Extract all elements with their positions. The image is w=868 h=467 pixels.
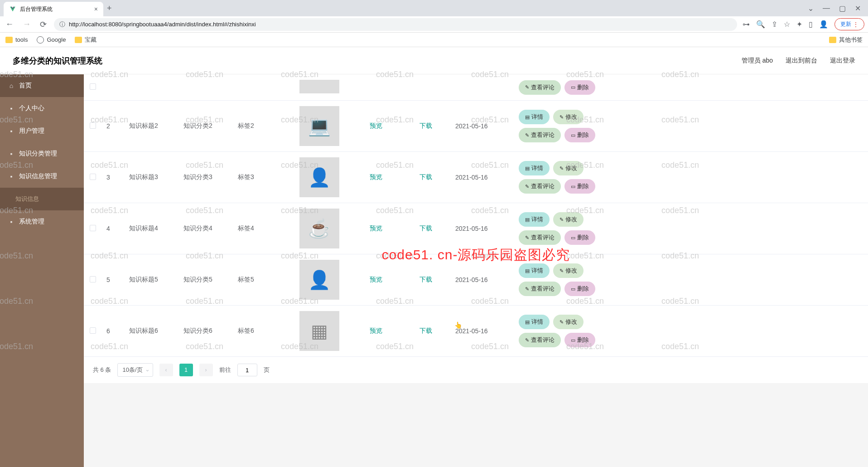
close-icon[interactable]: × — [94, 5, 98, 13]
sidebar-item-info-mgmt[interactable]: ▪知识信息管理 — [0, 165, 84, 188]
logout-link[interactable]: 退出登录 — [830, 57, 855, 65]
cell-title: 知识标题5 — [125, 254, 179, 306]
cell-date: 2021-05-16 — [451, 306, 514, 357]
bookmark-tools[interactable]: tools — [5, 36, 28, 43]
browser-tab[interactable]: 后台管理系统 × — [4, 2, 103, 16]
preview-link[interactable]: 预览 — [370, 224, 382, 232]
delete-button[interactable]: ▭删除 — [564, 128, 595, 142]
preview-link[interactable]: 预览 — [370, 173, 382, 180]
delete-button[interactable]: ▭删除 — [564, 282, 595, 296]
thumbnail-image[interactable]: 👤 — [299, 157, 339, 197]
forward-button[interactable]: → — [21, 18, 33, 31]
thumbnail-image[interactable]: 💻 — [299, 106, 339, 146]
preview-link[interactable]: 预览 — [370, 327, 382, 334]
star-icon[interactable]: ☆ — [784, 20, 790, 29]
next-page-button[interactable]: › — [199, 364, 213, 376]
minimize-icon[interactable]: — — [823, 4, 830, 13]
delete-button[interactable]: ▭删除 — [564, 179, 595, 194]
row-checkbox[interactable] — [90, 225, 96, 231]
key-icon[interactable]: ⊶ — [743, 20, 750, 29]
new-tab-button[interactable]: + — [107, 4, 112, 13]
prev-page-button[interactable]: ‹ — [159, 364, 173, 376]
bookmark-other[interactable]: 其他书签 — [829, 36, 863, 44]
detail-button[interactable]: ▤详情 — [519, 263, 550, 278]
comment-button[interactable]: ✎查看评论 — [519, 333, 561, 347]
edit-button[interactable]: ✎修改 — [553, 263, 583, 278]
thumbnail-image[interactable]: ☕ — [299, 209, 339, 248]
close-window-icon[interactable]: ✕ — [855, 4, 861, 13]
chevron-down-icon[interactable]: ⌄ — [808, 4, 814, 13]
cell-id: 6 — [102, 306, 125, 357]
comment-button[interactable]: ✎查看评论 — [519, 179, 561, 194]
thumbnail-image[interactable]: 👤 — [299, 260, 339, 300]
thumbnail-image[interactable]: ▦ — [299, 311, 339, 351]
admin-label[interactable]: 管理员 abo — [742, 57, 773, 65]
delete-button[interactable]: ▭删除 — [564, 333, 595, 347]
bookmark-treasure[interactable]: 宝藏 — [75, 36, 96, 44]
address-bar[interactable]: ⓘ http://localhost:8080/springbootuaaa4/… — [54, 18, 737, 31]
pagination: 共 6 条 10条/页 ⌄ ‹ 1 › 前往 页 — [84, 357, 868, 383]
edit-button[interactable]: ✎修改 — [553, 315, 583, 329]
cell-id: 3 — [102, 152, 125, 203]
sidebar-item-info-sub[interactable]: 知识信息 — [0, 188, 84, 210]
sidebar-item-system[interactable]: ▪系统管理 — [0, 210, 84, 233]
comment-button[interactable]: ✎查看评论 — [519, 80, 561, 95]
table-row: 6 知识标题6 知识分类6 标签6 ▦ 预览 下载 2021-05-16 ▤详情… — [84, 306, 868, 357]
page-size-select[interactable]: 10条/页 ⌄ — [117, 363, 153, 377]
detail-icon: ▤ — [525, 165, 530, 171]
puzzle-icon[interactable]: ✦ — [796, 20, 802, 29]
sidebar-item-user-mgmt[interactable]: ▪用户管理 — [0, 120, 84, 142]
profile-icon[interactable]: 👤 — [819, 20, 828, 29]
download-link[interactable]: 下载 — [420, 224, 432, 232]
back-button[interactable]: ← — [4, 18, 15, 31]
download-link[interactable]: 下载 — [420, 173, 432, 180]
update-button[interactable]: 更新 ⋮ — [834, 18, 864, 30]
detail-button[interactable]: ▤详情 — [519, 315, 550, 329]
sidebar-item-personal[interactable]: ▪个人中心 — [0, 97, 84, 120]
page-number-button[interactable]: 1 — [179, 364, 193, 376]
preview-link[interactable]: 预览 — [370, 276, 382, 283]
detail-button[interactable]: ▤详情 — [519, 212, 550, 227]
cell-date: 2021-05-16 — [451, 152, 514, 203]
share-icon[interactable]: ⇪ — [772, 20, 777, 29]
reader-icon[interactable]: ▯ — [809, 20, 813, 29]
download-link[interactable]: 下载 — [420, 327, 432, 334]
edit-icon: ✎ — [525, 84, 529, 90]
comment-button[interactable]: ✎查看评论 — [519, 230, 561, 245]
row-checkbox[interactable] — [90, 276, 96, 282]
info-icon[interactable]: ⓘ — [59, 20, 65, 29]
sidebar-item-home[interactable]: ⌂首页 — [0, 74, 84, 97]
bookmark-google[interactable]: Google — [37, 36, 66, 44]
delete-button[interactable]: ▭删除 — [564, 230, 595, 245]
cell-id: 4 — [102, 203, 125, 254]
maximize-icon[interactable]: ▢ — [839, 4, 846, 13]
thumbnail-image[interactable] — [299, 80, 339, 93]
goto-page-input[interactable] — [237, 364, 257, 376]
row-checkbox[interactable] — [90, 122, 96, 129]
detail-button[interactable]: ▤详情 — [519, 161, 550, 175]
download-link[interactable]: 下载 — [420, 276, 432, 283]
edit-button[interactable]: ✎修改 — [553, 212, 583, 227]
reload-button[interactable]: ⟳ — [38, 18, 48, 31]
sidebar-item-category[interactable]: ▪知识分类管理 — [0, 142, 84, 165]
row-checkbox[interactable] — [90, 327, 96, 334]
home-icon: ⌂ — [8, 83, 14, 89]
trash-icon: ▭ — [571, 235, 575, 241]
edit-button[interactable]: ✎修改 — [553, 161, 583, 175]
to-front-link[interactable]: 退出到前台 — [786, 57, 817, 65]
detail-icon: ▤ — [525, 114, 530, 120]
cell-tag: 标签2 — [233, 101, 288, 152]
zoom-icon[interactable]: 🔍 — [756, 20, 765, 29]
download-link[interactable]: 下载 — [420, 122, 432, 129]
edit-button[interactable]: ✎修改 — [553, 110, 583, 124]
row-checkbox[interactable] — [90, 83, 96, 90]
cell-tag: 标签5 — [233, 254, 288, 306]
comment-button[interactable]: ✎查看评论 — [519, 282, 561, 296]
delete-button[interactable]: ▭删除 — [564, 80, 595, 95]
menu-dots-icon: ⋮ — [853, 21, 858, 28]
cell-title: 知识标题6 — [125, 306, 179, 357]
preview-link[interactable]: 预览 — [370, 122, 382, 129]
comment-button[interactable]: ✎查看评论 — [519, 128, 561, 142]
row-checkbox[interactable] — [90, 174, 96, 180]
detail-button[interactable]: ▤详情 — [519, 110, 550, 124]
